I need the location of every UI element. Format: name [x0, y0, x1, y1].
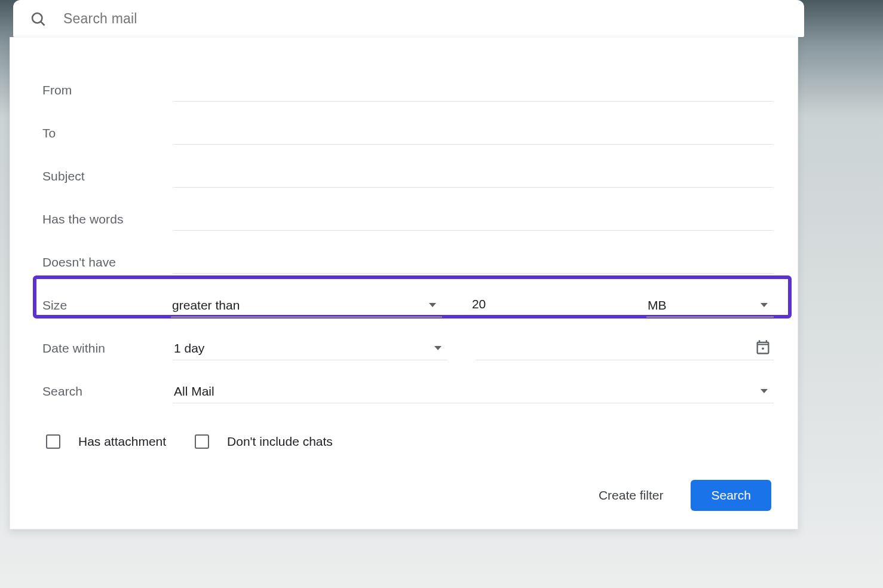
action-button-row: Create filter Search	[42, 480, 774, 511]
size-unit-select[interactable]: MB	[646, 293, 774, 317]
to-input[interactable]	[173, 122, 774, 145]
date-within-label: Date within	[42, 341, 173, 356]
size-comparator-value: greater than	[171, 298, 429, 313]
subject-input[interactable]	[173, 165, 774, 188]
has-words-input[interactable]	[173, 208, 774, 231]
advanced-search-panel: From To Subject Has the words Doesn't ha…	[10, 37, 798, 529]
from-input[interactable]	[173, 79, 774, 102]
search-input[interactable]	[63, 11, 804, 27]
checkbox-row: Has attachment Don't include chats	[42, 434, 774, 449]
from-label: From	[42, 83, 173, 97]
create-filter-button[interactable]: Create filter	[595, 482, 667, 509]
calendar-icon[interactable]	[755, 339, 771, 358]
has-attachment-checkbox[interactable]	[46, 434, 60, 449]
has-words-row: Has the words	[42, 198, 774, 241]
chevron-down-icon	[434, 346, 442, 350]
search-bar	[13, 0, 804, 37]
has-attachment-label: Has attachment	[78, 434, 166, 449]
date-range-value: 1 day	[173, 341, 434, 356]
exclude-chats-group: Don't include chats	[195, 434, 333, 449]
exclude-chats-checkbox[interactable]	[195, 434, 209, 449]
search-icon[interactable]	[30, 11, 47, 27]
size-comparator-select[interactable]: greater than	[171, 293, 442, 317]
search-button[interactable]: Search	[691, 480, 771, 511]
doesnt-have-row: Doesn't have	[42, 241, 774, 284]
chevron-down-icon	[429, 303, 436, 307]
doesnt-have-input[interactable]	[173, 251, 774, 274]
to-label: To	[42, 126, 173, 140]
size-row: Size greater than MB	[42, 284, 774, 327]
exclude-chats-label: Don't include chats	[227, 434, 333, 449]
svg-point-2	[762, 347, 764, 350]
has-attachment-group: Has attachment	[46, 434, 166, 449]
from-row: From	[42, 69, 774, 112]
subject-label: Subject	[42, 169, 173, 183]
chevron-down-icon	[761, 303, 768, 307]
date-range-select[interactable]: 1 day	[173, 336, 447, 360]
size-label: Size	[42, 298, 171, 313]
search-in-row: Search All Mail	[42, 370, 774, 413]
size-value-input[interactable]	[471, 293, 620, 317]
date-within-row: Date within 1 day	[42, 327, 774, 370]
search-folder-select[interactable]: All Mail	[173, 379, 774, 403]
search-folder-value: All Mail	[173, 384, 761, 399]
subject-row: Subject	[42, 155, 774, 198]
size-unit-value: MB	[646, 298, 761, 313]
to-row: To	[42, 112, 774, 155]
svg-line-1	[41, 22, 45, 26]
search-in-label: Search	[42, 384, 173, 399]
chevron-down-icon	[761, 389, 768, 393]
date-picker-field[interactable]	[476, 336, 774, 360]
svg-point-0	[32, 13, 42, 23]
doesnt-have-label: Doesn't have	[42, 255, 173, 270]
has-words-label: Has the words	[42, 212, 173, 226]
